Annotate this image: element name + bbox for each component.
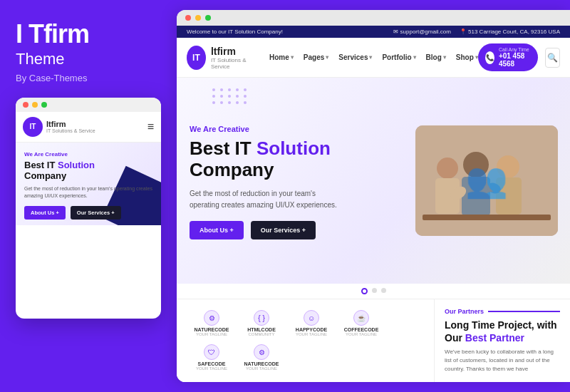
dot-yellow xyxy=(32,102,38,108)
nav-services[interactable]: Services ▾ xyxy=(338,53,372,61)
hamburger-icon[interactable]: ≡ xyxy=(147,120,154,133)
hero-dots-indicator xyxy=(177,284,570,299)
mobile-about-us-button[interactable]: About Us + xyxy=(24,206,66,220)
partner-safecode: 🛡 SAFECODE YOUR TAGLINE xyxy=(187,341,237,374)
mobile-logo-icon: IT xyxy=(23,117,43,137)
nav-pages[interactable]: Pages ▾ xyxy=(304,53,328,61)
hero-buttons: About Us + Our Services + xyxy=(190,221,400,239)
mobile-card-topbar xyxy=(16,98,161,112)
about-us-button[interactable]: About Us + xyxy=(190,221,244,239)
site-nav: IT ltfirm IT Solutions & Service Home ▾ … xyxy=(177,38,570,78)
mobile-services-button[interactable]: Our Services + xyxy=(71,206,121,220)
partners-logos: ⚙ NATURECODE YOUR TAGLINE { } HTMLCODE C… xyxy=(177,299,435,382)
partner-htmlcode: { } HTMLCODE COMMUNITY xyxy=(237,306,286,340)
site-logo: IT ltfirm IT Solutions & Service xyxy=(187,46,255,70)
partner-icon: ☕ xyxy=(353,310,369,326)
hero-dot-1[interactable] xyxy=(361,288,368,294)
phone-icon: 📞 xyxy=(485,51,494,64)
site-logo-icon: IT xyxy=(187,46,206,70)
mobile-nav: IT ltfirm IT Solutions & Service ≡ xyxy=(16,112,161,143)
partners-text: Our Partners Long Time Project, with Our… xyxy=(435,299,570,382)
partners-description: We've been lucky to collaborate with a l… xyxy=(445,348,560,373)
mobile-btn-row: About Us + Our Services + xyxy=(24,206,152,220)
partner-naturecode-2: ⚙ NATURECODE YOUR TAGLINE xyxy=(237,341,286,374)
topbar-address: 📍 513 Carriage Court, CA, 92316 USA xyxy=(460,29,560,35)
browser-topbar xyxy=(177,10,570,26)
nav-portfolio[interactable]: Portfolio ▾ xyxy=(382,53,415,61)
hero-description: Get the most of reduction in your team's… xyxy=(190,188,346,211)
hero-right xyxy=(413,78,570,284)
svg-rect-3 xyxy=(462,177,490,216)
brand-title: I Tfirm xyxy=(16,20,161,48)
hero-image xyxy=(415,125,558,236)
mobile-hero-creative: We Are Creative xyxy=(24,151,152,158)
hero-title: Best IT Solution Company xyxy=(190,138,400,181)
mobile-hero: We Are Creative Best IT Solution Company… xyxy=(16,143,161,226)
site-topbar: Welcome to our IT Solution Company! ✉ su… xyxy=(177,26,570,38)
by-line: By Case-Themes xyxy=(16,73,161,83)
dot-red xyxy=(23,102,28,108)
hero-dot-2[interactable] xyxy=(372,288,377,293)
partner-icon: ⚙ xyxy=(254,344,269,360)
mobile-hero-desc: Get the most of reduction in your team's… xyxy=(24,185,152,200)
partners-label: Our Partners xyxy=(445,308,560,315)
hero-decoration-dots xyxy=(212,88,248,104)
svg-rect-10 xyxy=(423,215,551,220)
site-nav-links: Home ▾ Pages ▾ Services ▾ Portfolio ▾ Bl… xyxy=(269,53,478,61)
site-hero: We Are Creative Best IT Solution Company… xyxy=(177,78,570,284)
site-nav-right: 📞 Call Any Time +01 458 4568 🔍 xyxy=(478,43,560,71)
mobile-logo-text: ltfirm IT Solutions & Service xyxy=(46,120,95,133)
topbar-email: ✉ support@gmail.com xyxy=(393,29,451,35)
hero-creative-label: We Are Creative xyxy=(190,125,400,133)
browser-dot-green xyxy=(205,15,211,21)
browser-dot-red xyxy=(185,15,191,21)
partner-icon: 🛡 xyxy=(204,344,219,360)
site-topbar-right: ✉ support@gmail.com 📍 513 Carriage Court… xyxy=(393,29,560,35)
partner-coffeecode: ☕ COFFEECODE YOUR TAGLINE xyxy=(336,306,386,340)
hero-dot-3[interactable] xyxy=(381,288,386,293)
nav-blog[interactable]: Blog ▾ xyxy=(426,53,446,61)
partner-happycode: ☺ HAPPYCODE YOUR TAGLINE xyxy=(286,306,336,340)
svg-point-6 xyxy=(497,155,519,178)
team-image-svg xyxy=(415,125,558,236)
our-services-button[interactable]: Our Services + xyxy=(251,221,316,239)
svg-point-9 xyxy=(485,181,502,195)
brand-subtitle: Theme xyxy=(16,50,161,68)
browser-mockup: Welcome to our IT Solution Company! ✉ su… xyxy=(177,10,570,382)
svg-rect-7 xyxy=(496,177,522,215)
phone-button[interactable]: 📞 Call Any Time +01 458 4568 xyxy=(478,43,538,71)
left-panel: I Tfirm Theme By Case-Themes IT ltfirm I… xyxy=(0,0,177,392)
dot-green xyxy=(41,102,47,108)
partner-icon: { } xyxy=(254,310,269,326)
partner-icon: ☺ xyxy=(304,310,319,326)
svg-point-4 xyxy=(437,158,458,179)
mobile-logo: IT ltfirm IT Solutions & Service xyxy=(23,117,95,137)
partner-icon: ⚙ xyxy=(204,310,219,326)
partners-title: Long Time Project, with Our Best Partner xyxy=(445,319,560,344)
search-button[interactable]: 🔍 xyxy=(545,48,560,68)
partners-section: ⚙ NATURECODE YOUR TAGLINE { } HTMLCODE C… xyxy=(177,299,570,382)
phone-text: Call Any Time +01 458 4568 xyxy=(499,47,531,68)
nav-shop[interactable]: Shop ▾ xyxy=(456,53,478,61)
site-logo-text: ltfirm IT Solutions & Service xyxy=(211,46,255,70)
browser-dot-yellow xyxy=(195,15,201,21)
partner-naturecode-1: ⚙ NATURECODE YOUR TAGLINE xyxy=(187,306,237,340)
nav-home[interactable]: Home ▾ xyxy=(269,53,294,61)
browser-content: Welcome to our IT Solution Company! ✉ su… xyxy=(177,26,570,382)
hero-left: We Are Creative Best IT Solution Company… xyxy=(177,78,413,284)
mobile-hero-title: Best IT Solution Company xyxy=(24,160,152,182)
mobile-preview-card: IT ltfirm IT Solutions & Service ≡ We Ar… xyxy=(16,98,161,319)
svg-point-2 xyxy=(463,152,489,177)
